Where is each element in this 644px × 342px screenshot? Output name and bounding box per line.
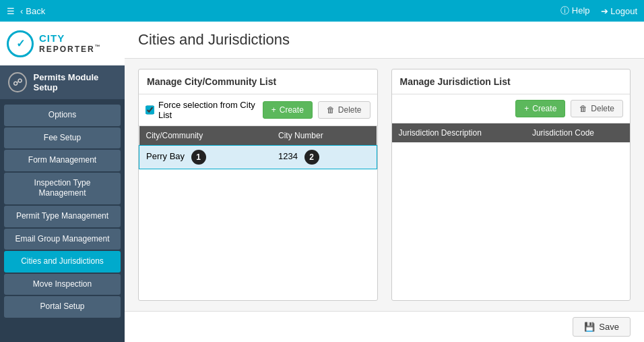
sidebar-item-move-inspection[interactable]: Move Inspection [4, 274, 121, 295]
city-delete-button[interactable]: 🗑 Delete [318, 101, 371, 119]
module-label: ☍ Permits Module Setup [0, 65, 125, 99]
save-icon: 💾 [584, 322, 595, 332]
help-button[interactable]: ⓘ Help [560, 5, 589, 17]
back-label: Back [26, 6, 45, 16]
sidebar-item-cities-and-jurisdictions[interactable]: Cities and Jurisdictions [4, 251, 121, 273]
sidebar-item-permit-type-management[interactable]: Permit Type Management [4, 206, 121, 227]
jurisdiction-panel-header: Manage Jurisdiction List [392, 69, 631, 94]
save-button[interactable]: 💾 Save [573, 317, 631, 337]
city-table: City/Community City Number Perry Bay 1 1… [139, 126, 377, 169]
help-icon: ⓘ [560, 5, 572, 16]
logout-icon: ➔ [601, 6, 611, 16]
sidebar: ✓ CITY REPORTER™ ☍ Permits Module Setup … [0, 22, 125, 342]
city-table-wrapper: City/Community City Number Perry Bay 1 1… [139, 126, 377, 300]
logo-icon: ✓ [7, 30, 34, 57]
trash-icon-j: 🗑 [579, 104, 587, 113]
city-create-button[interactable]: + Create [263, 101, 313, 119]
jurisdiction-table: Jurisdiction Description Jurisdiction Co… [392, 123, 631, 142]
main-footer: 💾 Save [125, 311, 644, 342]
jurisdiction-table-wrapper: Jurisdiction Description Jurisdiction Co… [392, 123, 631, 300]
plus-icon-j: + [524, 104, 529, 113]
logo: ✓ CITY REPORTER™ [0, 22, 125, 65]
logo-city: CITY [39, 33, 102, 45]
force-selection-label[interactable]: Force selection from City List [146, 100, 257, 120]
city-number-cell: 1234 2 [271, 146, 377, 169]
badge-2: 2 [304, 150, 319, 165]
sidebar-item-options[interactable]: Options [4, 105, 121, 126]
jurisdiction-col1-header: Jurisdiction Description [392, 123, 525, 142]
jurisdiction-create-button[interactable]: + Create [515, 100, 565, 117]
sidebar-nav: OptionsFee SetupForm ManagementInspectio… [0, 99, 125, 342]
jurisdiction-delete-button[interactable]: 🗑 Delete [571, 100, 623, 117]
city-name-cell: Perry Bay 1 [139, 146, 271, 169]
city-panel-header: Manage City/Community List [139, 69, 377, 94]
city-col1-header: City/Community [139, 126, 271, 146]
logo-text: CITY REPORTER™ [39, 33, 102, 54]
page-header: Cities and Jurisdictions [125, 22, 644, 59]
chevron-left-icon: ‹ [20, 6, 23, 16]
city-panel: Manage City/Community List Force selecti… [138, 69, 378, 301]
trash-icon: 🗑 [327, 105, 335, 115]
sidebar-item-form-management[interactable]: Form Management [4, 150, 121, 171]
sidebar-item-fee-setup[interactable]: Fee Setup [4, 127, 121, 149]
city-col2-header: City Number [271, 126, 377, 146]
logo-reporter: REPORTER™ [39, 45, 102, 54]
logout-button[interactable]: ➔ Logout [601, 6, 637, 16]
jurisdiction-panel-toolbar: + Create 🗑 Delete [392, 94, 631, 123]
page-title: Cities and Jurisdictions [138, 31, 631, 49]
module-icon: ☍ [8, 72, 27, 92]
city-panel-toolbar: Force selection from City List + Create … [139, 94, 377, 126]
topbar: ☰ ‹ Back ⓘ Help ➔ Logout [0, 0, 644, 22]
force-selection-checkbox[interactable] [146, 105, 154, 115]
jurisdiction-col2-header: Jurisdiction Code [525, 123, 630, 142]
city-table-row[interactable]: Perry Bay 1 1234 2 [139, 146, 377, 169]
sidebar-item-inspection-type-management[interactable]: Inspection Type Management [4, 173, 121, 204]
main-content-area: Cities and Jurisdictions Manage City/Com… [125, 22, 644, 342]
sidebar-item-email-group-management[interactable]: Email Group Management [4, 229, 121, 250]
badge-1: 1 [191, 150, 206, 165]
panels-container: Manage City/Community List Force selecti… [125, 59, 644, 311]
jurisdiction-panel: Manage Jurisdiction List + Create 🗑 Dele… [391, 69, 631, 301]
plus-icon: + [271, 105, 276, 115]
hamburger-icon[interactable]: ☰ [7, 6, 15, 16]
sidebar-item-portal-setup[interactable]: Portal Setup [4, 296, 121, 318]
back-button[interactable]: ‹ Back [20, 6, 45, 16]
